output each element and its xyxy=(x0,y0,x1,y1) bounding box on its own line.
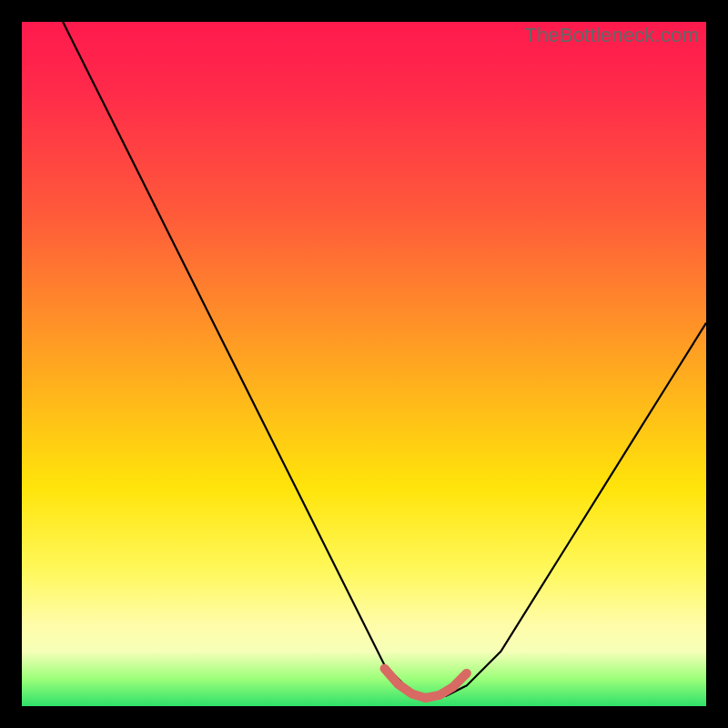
chart-frame: TheBottleneck.com xyxy=(0,0,728,728)
plot-area: TheBottleneck.com xyxy=(22,22,706,706)
optimal-region-path xyxy=(385,669,467,698)
bottleneck-curve-path xyxy=(63,22,706,698)
chart-svg xyxy=(22,22,706,706)
